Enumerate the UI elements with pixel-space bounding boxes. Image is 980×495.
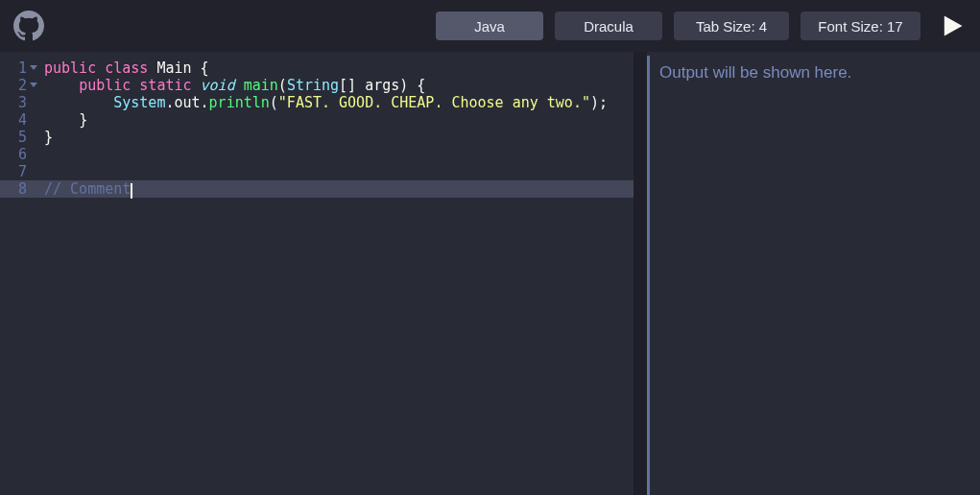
code-line[interactable]: public class Main { — [44, 59, 633, 77]
line-number: 5 — [0, 129, 40, 146]
language-select[interactable]: Java — [436, 12, 543, 40]
line-number: 7 — [0, 163, 40, 180]
code-line[interactable]: } — [44, 129, 633, 146]
code-line[interactable]: // Comment — [44, 180, 633, 198]
main-area: 12345678 public class Main { public stat… — [0, 52, 980, 495]
tab-size-select[interactable]: Tab Size: 4 — [674, 12, 789, 40]
line-number: 3 — [0, 94, 40, 111]
code-line[interactable]: public static void main(String[] args) { — [44, 77, 633, 94]
code-line[interactable]: System.out.println("FAST. GOOD. CHEAP. C… — [44, 94, 633, 111]
font-size-select[interactable]: Font Size: 17 — [801, 12, 920, 40]
line-number-gutter: 12345678 — [0, 52, 40, 495]
text-cursor — [131, 183, 132, 199]
app-logo[interactable] — [13, 11, 44, 41]
line-number: 1 — [0, 59, 40, 77]
line-number: 8 — [0, 180, 40, 198]
output-pane: Output will be shown here. — [647, 56, 980, 495]
line-number: 6 — [0, 146, 40, 163]
editor-pane[interactable]: 12345678 public class Main { public stat… — [0, 52, 633, 495]
github-icon — [13, 11, 44, 41]
code-line[interactable] — [44, 146, 633, 163]
run-button[interactable] — [938, 12, 967, 39]
code-area[interactable]: public class Main { public static void m… — [40, 52, 633, 495]
pane-divider[interactable] — [633, 52, 647, 495]
line-number: 2 — [0, 77, 40, 94]
header-toolbar: Java Dracula Tab Size: 4 Font Size: 17 — [0, 0, 980, 52]
code-line[interactable] — [44, 163, 633, 180]
line-number: 4 — [0, 111, 40, 129]
code-line[interactable]: } — [44, 111, 633, 129]
theme-select[interactable]: Dracula — [555, 12, 662, 40]
output-placeholder: Output will be shown here. — [659, 63, 970, 82]
play-icon — [939, 12, 966, 39]
